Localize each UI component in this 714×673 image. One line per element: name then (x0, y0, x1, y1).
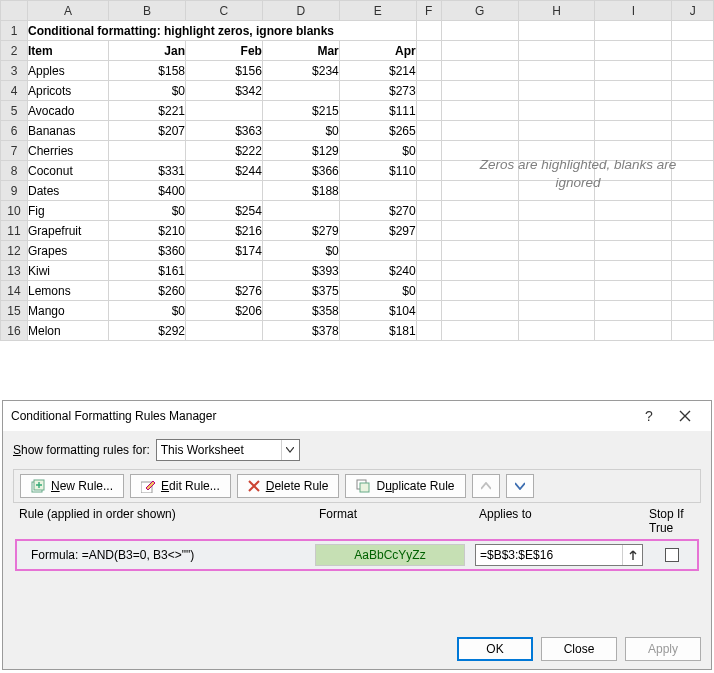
cell[interactable]: $0 (339, 141, 416, 161)
cell[interactable]: $260 (109, 281, 186, 301)
cell[interactable]: $181 (339, 321, 416, 341)
row-header[interactable]: 15 (1, 301, 28, 321)
cell[interactable] (672, 121, 714, 141)
cell[interactable]: $265 (339, 121, 416, 141)
col-header[interactable]: A (28, 1, 109, 21)
col-header[interactable]: G (441, 1, 518, 21)
row-header[interactable]: 14 (1, 281, 28, 301)
cell[interactable] (518, 221, 595, 241)
col-header[interactable]: J (672, 1, 714, 21)
cell[interactable] (441, 61, 518, 81)
cell[interactable]: $400 (109, 181, 186, 201)
cell[interactable]: $0 (262, 241, 339, 261)
cell[interactable]: $210 (109, 221, 186, 241)
stop-if-true-checkbox[interactable] (665, 548, 679, 562)
help-button[interactable]: ? (631, 402, 667, 430)
cell[interactable] (672, 81, 714, 101)
edit-rule-button[interactable]: Edit Rule... (130, 474, 231, 498)
cell[interactable] (518, 301, 595, 321)
ok-button[interactable]: OK (457, 637, 533, 661)
cell[interactable]: $214 (339, 61, 416, 81)
row-header[interactable]: 8 (1, 161, 28, 181)
cell[interactable] (416, 261, 441, 281)
cell[interactable]: $222 (185, 141, 262, 161)
cell[interactable] (595, 301, 672, 321)
cell[interactable] (416, 241, 441, 261)
cell[interactable] (416, 61, 441, 81)
cell[interactable] (262, 201, 339, 221)
cell[interactable]: $161 (109, 261, 186, 281)
cell[interactable] (595, 201, 672, 221)
duplicate-rule-button[interactable]: Duplicate Rule (345, 474, 465, 498)
cell[interactable]: Avocado (28, 101, 109, 121)
cell[interactable]: $221 (109, 101, 186, 121)
select-all-corner[interactable] (1, 1, 28, 21)
cell[interactable] (441, 301, 518, 321)
cell[interactable] (595, 321, 672, 341)
cell[interactable]: $393 (262, 261, 339, 281)
cell[interactable] (441, 241, 518, 261)
cell[interactable] (518, 61, 595, 81)
cell[interactable] (672, 101, 714, 121)
cell[interactable] (441, 81, 518, 101)
cell[interactable]: Apples (28, 61, 109, 81)
cell[interactable]: $375 (262, 281, 339, 301)
col-header[interactable]: C (185, 1, 262, 21)
cell[interactable] (595, 261, 672, 281)
cell[interactable]: Jan (109, 41, 186, 61)
cell[interactable] (441, 221, 518, 241)
row-header[interactable]: 11 (1, 221, 28, 241)
row-header[interactable]: 7 (1, 141, 28, 161)
cell[interactable] (672, 201, 714, 221)
cell[interactable] (672, 301, 714, 321)
cell[interactable] (109, 141, 186, 161)
cell[interactable]: $207 (109, 121, 186, 141)
row-header[interactable]: 16 (1, 321, 28, 341)
cell[interactable] (185, 261, 262, 281)
new-rule-button[interactable]: New Rule... (20, 474, 124, 498)
cell[interactable]: $363 (185, 121, 262, 141)
cell[interactable] (416, 201, 441, 221)
rule-row[interactable]: Formula: =AND(B3=0, B3<>"") AaBbCcYyZz =… (15, 539, 699, 571)
sheet-title[interactable]: Conditional formatting: highlight zeros,… (28, 21, 417, 41)
cell[interactable] (441, 201, 518, 221)
range-picker-icon[interactable] (622, 545, 642, 565)
cell[interactable]: $174 (185, 241, 262, 261)
cell[interactable]: $156 (185, 61, 262, 81)
row-header[interactable]: 4 (1, 81, 28, 101)
cell[interactable]: $292 (109, 321, 186, 341)
cell[interactable] (416, 101, 441, 121)
cell[interactable] (672, 321, 714, 341)
col-header[interactable]: F (416, 1, 441, 21)
cell[interactable]: $215 (262, 101, 339, 121)
cell[interactable] (441, 101, 518, 121)
cell[interactable]: Lemons (28, 281, 109, 301)
cell[interactable] (595, 221, 672, 241)
cell[interactable] (672, 241, 714, 261)
cell[interactable]: $378 (262, 321, 339, 341)
cell[interactable] (672, 221, 714, 241)
rules-for-dropdown[interactable]: This Worksheet (156, 439, 300, 461)
cell[interactable]: $0 (339, 281, 416, 301)
cell[interactable] (518, 21, 595, 41)
cell[interactable] (672, 281, 714, 301)
cell[interactable] (416, 21, 441, 41)
cell[interactable]: $111 (339, 101, 416, 121)
cell[interactable]: Feb (185, 41, 262, 61)
col-header[interactable]: D (262, 1, 339, 21)
col-header[interactable]: B (109, 1, 186, 21)
cell[interactable] (185, 181, 262, 201)
row-header[interactable]: 9 (1, 181, 28, 201)
cell[interactable] (441, 21, 518, 41)
cell[interactable] (416, 321, 441, 341)
cell[interactable]: $0 (109, 301, 186, 321)
apply-button[interactable]: Apply (625, 637, 701, 661)
move-up-button[interactable] (472, 474, 500, 498)
row-header[interactable]: 2 (1, 41, 28, 61)
cell[interactable] (518, 261, 595, 281)
cell[interactable]: Kiwi (28, 261, 109, 281)
cell[interactable] (441, 121, 518, 141)
cell[interactable] (416, 141, 441, 161)
cell[interactable] (672, 21, 714, 41)
cell[interactable]: $0 (109, 81, 186, 101)
